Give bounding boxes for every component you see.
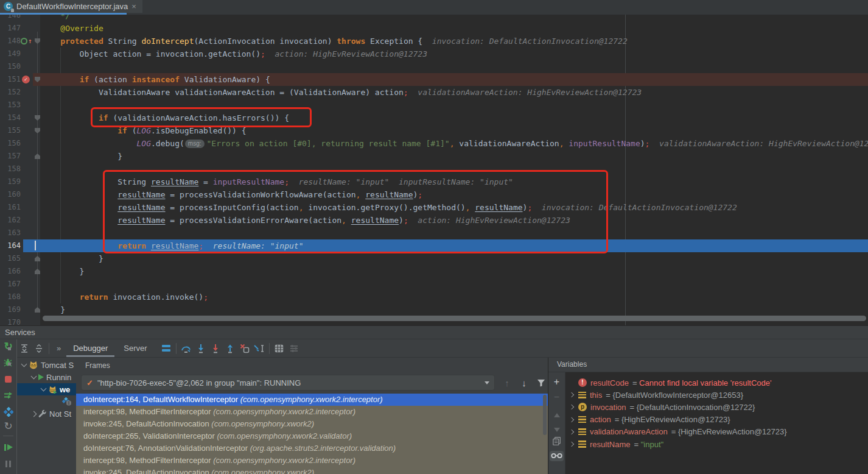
chevron-right-icon[interactable] (31, 411, 37, 417)
tree-item-not-st[interactable]: Not St (17, 408, 76, 420)
tab-debugger[interactable]: Debugger (65, 339, 116, 357)
editor-line-151[interactable]: 151✓ if (action instanceof ValidationAwa… (0, 73, 868, 86)
editor-line-152[interactable]: 152 ValidationAware validationAwareActio… (0, 86, 868, 99)
editor-line-148[interactable]: 148↑ protected String doIntercept(Action… (0, 35, 868, 48)
editor-line-168[interactable]: 168 return invocation.invoke(); (0, 291, 868, 303)
chevron-down-icon[interactable] (31, 373, 37, 380)
editor-line-164[interactable]: 164 return resultName; resultName: "inpu… (0, 239, 868, 252)
editor-line-167[interactable]: 167 (0, 278, 868, 291)
debug-rerun-icon[interactable] (0, 356, 16, 369)
editor-tab[interactable]: C DefaultWorkflowInterceptor.java × (0, 0, 142, 13)
editor-line-156[interactable]: 156 LOG.debug(msg:"Errors on action [#0]… (0, 137, 868, 150)
fold-end-marker-icon[interactable] (35, 154, 40, 159)
breakpoint-icon[interactable]: ✓ (22, 76, 30, 83)
evaluate-expression-icon[interactable] (272, 342, 287, 355)
tree-item-we[interactable]: we (17, 383, 76, 395)
line-number[interactable]: 153 (0, 99, 21, 111)
variables-list[interactable]: !resultCode = Cannot find local variable… (565, 372, 868, 474)
overrides-method-icon[interactable]: ↑ (21, 37, 32, 45)
frame-row[interactable]: doIntercept:164, DefaultWorkflowIntercep… (76, 394, 548, 406)
resume-icon[interactable] (0, 441, 16, 453)
line-number[interactable]: 155 (0, 124, 21, 137)
editor-line-160[interactable]: 160 resultName = processValidationWorkfl… (0, 188, 868, 201)
line-number[interactable]: 168 (0, 291, 21, 303)
expand-chevron-icon[interactable] (569, 417, 574, 422)
deploy-icon[interactable] (0, 389, 16, 401)
step-into-icon[interactable] (194, 342, 208, 355)
line-number[interactable]: 147 (0, 22, 21, 35)
hide-frames-filter-icon[interactable] (534, 376, 548, 389)
line-number[interactable]: 160 (0, 188, 21, 201)
fold-marker-icon[interactable] (35, 128, 40, 133)
line-number[interactable]: 167 (0, 278, 21, 291)
pause-icon[interactable] (0, 458, 16, 470)
line-number[interactable]: 156 (0, 137, 21, 150)
step-over-icon[interactable] (179, 342, 194, 355)
collapse-all-icon[interactable] (32, 342, 46, 355)
line-number[interactable]: 149 (0, 48, 21, 60)
editor-horizontal-scrollbar[interactable] (43, 316, 866, 321)
line-number[interactable]: 170 (0, 316, 21, 325)
editor-line-154[interactable]: 154 if (validationAwareAction.hasErrors(… (0, 111, 868, 124)
tab-close-icon[interactable]: × (131, 2, 136, 10)
expand-chevron-icon[interactable] (569, 442, 574, 447)
show-watches-icon[interactable] (548, 450, 565, 462)
editor-line-150[interactable]: 150 (0, 60, 868, 73)
variable-row-this[interactable]: this = {DefaultWorkflowInterceptor@12653… (565, 389, 868, 401)
remove-watch-icon[interactable]: − (548, 391, 565, 403)
expand-all-icon[interactable] (17, 342, 32, 355)
update-app-icon[interactable] (0, 406, 16, 418)
fold-end-marker-icon[interactable] (35, 256, 40, 261)
tab-server[interactable]: Server (116, 339, 155, 357)
show-execution-point-icon[interactable] (159, 342, 173, 355)
line-number[interactable]: 157 (0, 150, 21, 163)
fold-marker-icon[interactable] (35, 38, 40, 44)
variable-row-invocation[interactable]: pinvocation = {DefaultActionInvocation@1… (565, 401, 868, 413)
editor-line-147[interactable]: 147 @Override (0, 22, 868, 35)
code-editor[interactable]: 146 */147 @Override148↑ protected String… (0, 15, 868, 325)
variable-row-action[interactable]: action = {HighEvReviewAction@12723} (565, 414, 868, 426)
move-down-icon[interactable] (548, 423, 565, 436)
line-number[interactable]: 162 (0, 214, 21, 227)
variable-row-resultName[interactable]: resultName = "input" (565, 438, 868, 450)
expand-chevron-icon[interactable] (569, 392, 574, 397)
rerun-icon[interactable]: ↻ (0, 341, 16, 353)
fold-end-marker-icon[interactable] (35, 269, 40, 274)
force-step-into-icon[interactable] (208, 342, 223, 355)
chevron-down-icon[interactable] (21, 361, 27, 367)
line-number[interactable]: 165 (0, 252, 21, 265)
expand-chevron-icon[interactable] (569, 430, 574, 434)
expand-chevron-icon[interactable] (569, 405, 574, 409)
line-number[interactable]: 150 (0, 60, 21, 73)
frame-row[interactable]: doIntercept:265, ValidationInterceptor (… (76, 430, 548, 442)
add-watch-icon[interactable]: + (548, 376, 565, 388)
thread-selector[interactable]: ✓ "http-bio-7026-exec-5"@2,062 in group … (81, 375, 495, 391)
frame-row[interactable]: doIntercept:76, AnnotationValidationInte… (76, 442, 548, 455)
line-number[interactable]: 148 (0, 35, 21, 48)
frame-row[interactable]: invoke:245, DefaultActionInvocation (com… (76, 467, 548, 474)
refresh-icon[interactable]: ↻ (0, 420, 16, 433)
fold-marker-icon[interactable] (35, 115, 40, 121)
line-number[interactable]: 163 (0, 227, 21, 239)
editor-line-157[interactable]: 157 } (0, 150, 868, 163)
line-number[interactable]: 164 (0, 239, 21, 252)
line-number[interactable]: 158 (0, 163, 21, 175)
frame-row[interactable]: intercept:98, MethodFilterInterceptor (c… (76, 406, 548, 418)
line-number[interactable]: 169 (0, 303, 21, 316)
line-number[interactable]: 146 (0, 15, 21, 22)
layout-settings-icon[interactable] (287, 342, 301, 355)
editor-line-153[interactable]: 153 (0, 99, 868, 111)
editor-line-155[interactable]: 155 if (LOG.isDebugEnabled()) { (0, 124, 868, 137)
frames-scrollbar[interactable] (543, 395, 547, 435)
more-toolbar-chevron-icon[interactable]: » (52, 344, 65, 353)
frame-row[interactable]: intercept:98, MethodFilterInterceptor (c… (76, 455, 548, 467)
editor-line-166[interactable]: 166 } (0, 265, 868, 278)
frames-list[interactable]: doIntercept:164, DefaultWorkflowIntercep… (76, 394, 548, 474)
next-frame-icon[interactable]: ↓ (517, 376, 531, 389)
duplicate-icon[interactable] (548, 435, 565, 447)
move-up-icon[interactable] (548, 409, 565, 421)
line-number[interactable]: 161 (0, 201, 21, 214)
editor-line-165[interactable]: 165 } (0, 252, 868, 265)
line-number[interactable]: 159 (0, 175, 21, 188)
editor-line-169[interactable]: 169 } (0, 303, 868, 316)
